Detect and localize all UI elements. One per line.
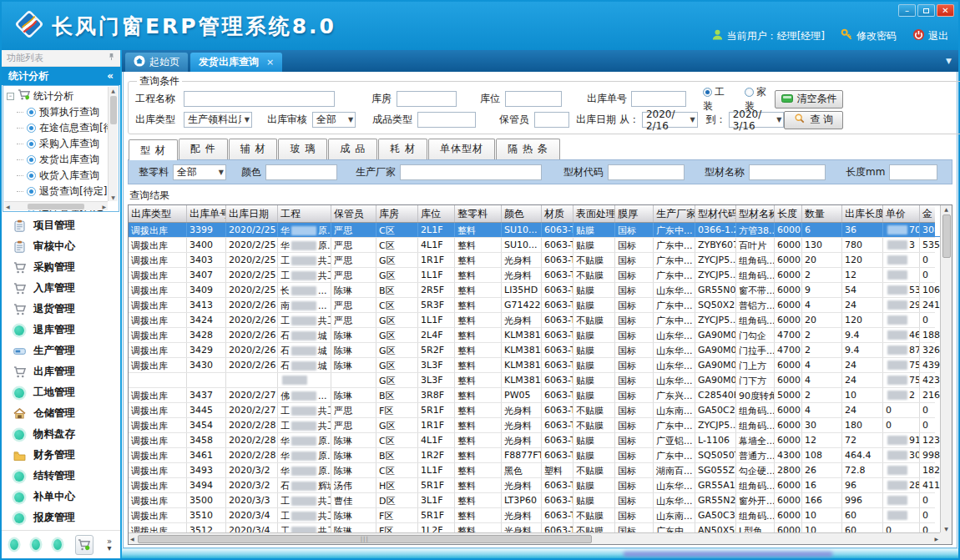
table-row[interactable]: 调拨出库34582020/2/28华原...陈琳C区4L1F整料光身料6063-… (129, 433, 935, 448)
table-row[interactable]: 调拨出库34372020/2/27佛...陈琳B区3R8F整料PW056063-… (129, 388, 935, 403)
location-input[interactable] (505, 91, 562, 107)
table-row[interactable]: 调拨出库34002020/2/25华原...严思C区4L1F整料SU10...6… (129, 238, 935, 253)
tab-home[interactable]: 起始页 (125, 53, 188, 72)
column-header[interactable]: 膜厚 (615, 205, 654, 222)
tab-close-icon[interactable]: × (266, 57, 274, 68)
sidebar-item[interactable]: 退货管理 (2, 299, 120, 320)
sidebar-item[interactable]: 采购管理 (2, 257, 120, 278)
sidebar-item[interactable]: 出库管理 (2, 361, 120, 382)
column-header[interactable]: 数量 (802, 205, 842, 222)
circle-icon[interactable] (32, 539, 40, 550)
pin-icon[interactable] (108, 53, 115, 63)
tree-item[interactable]: 发货出库查询 (7, 152, 107, 168)
tree-item[interactable]: 预算执行查询 (7, 104, 107, 120)
column-header[interactable]: 工程 (278, 205, 331, 222)
column-header[interactable]: 颜色 (502, 205, 542, 222)
minimize-button[interactable]: – (898, 4, 916, 17)
grid-vertical-scrollbar[interactable]: ▲▼ (940, 205, 952, 532)
sidebar-item[interactable]: 结转管理 (2, 466, 120, 487)
circle-icon[interactable] (10, 539, 18, 550)
date-to-picker[interactable]: 2020/ 3/16▼ (729, 112, 785, 128)
tree-vertical-scrollbar[interactable]: ▲▼ (108, 87, 118, 201)
tab-shipping-outbound-query[interactable]: 发货出库查询 × (190, 53, 282, 72)
table-row[interactable]: 调拨出库34932020/3/2华原...陈琳C区1L1F整料黑色塑料不贴膜国标… (129, 463, 935, 478)
table-row[interactable]: 调拨出库34452020/2/27工共工程严思F区5R1F整料光身料6063-T… (129, 403, 935, 418)
color-input[interactable] (265, 164, 337, 180)
tree-item[interactable]: 在途信息查询[待 (7, 120, 107, 136)
material-tab[interactable]: 配 件 (179, 139, 228, 159)
table-row[interactable]: 调拨出库34092020/2/25长...陈琳B区2R5F整料LI35HD606… (129, 283, 935, 298)
sidebar-item[interactable]: 物料盘存 (2, 424, 120, 445)
table-row[interactable]: 调拨出库34072020/2/25工共工程严思G区1L1F整料光身料6063-T… (129, 268, 935, 283)
circle-icon[interactable] (53, 539, 62, 550)
sidebar-item[interactable]: 退库管理 (2, 320, 120, 341)
material-tab[interactable]: 型 材 (129, 139, 178, 160)
clear-conditions-button[interactable]: 清空条件 (775, 90, 843, 108)
sidebar-item[interactable]: 项目管理 (2, 215, 120, 236)
column-header[interactable]: 单价 (883, 205, 920, 222)
column-header[interactable]: 库位 (418, 205, 455, 222)
table-row[interactable]: 调拨出库34612020/2/28华原...陈琳B区1R2F整料F8877FT6… (129, 448, 935, 463)
table-row[interactable]: 调拨出库34292020/2/26石城陈琳G区5R2F整料KLM38176063… (129, 343, 935, 358)
sidebar-item[interactable]: 财务管理 (2, 445, 120, 466)
product-type-input[interactable] (417, 112, 476, 128)
column-header[interactable]: 材质 (542, 205, 573, 222)
column-header[interactable]: 型材名称 (736, 205, 775, 222)
sidebar-item[interactable]: 入库管理 (2, 278, 120, 299)
table-row[interactable]: 调拨出库34942020/3/2石辉城汤伟H区5R1F整料光身料6063-T5贴… (129, 478, 935, 493)
tree-item[interactable]: 采购入库查询 (7, 136, 107, 152)
table-row[interactable]: 调拨出库34542020/2/28工共工程严思G区1R1F整料光身料6063-T… (129, 418, 935, 433)
order-no-input[interactable] (631, 91, 686, 107)
outbound-type-select[interactable]: 生产领料出库▼ (184, 112, 252, 128)
tree-root-statistics[interactable]: – 统计分析 (7, 88, 107, 104)
table-row[interactable]: 调拨出库33992020/2/25华原...严思C区2L1F整料SU10...6… (129, 223, 935, 238)
close-button[interactable]: ✕ (937, 4, 954, 17)
material-tab[interactable]: 成 品 (328, 139, 377, 159)
tree-horizontal-scrollbar[interactable]: ◀▶ (4, 201, 108, 210)
keeper-input[interactable] (534, 112, 569, 128)
sidebar-section-statistics[interactable]: 统计分析 « (2, 67, 120, 85)
column-header[interactable]: 保管员 (331, 205, 376, 222)
table-row[interactable]: 调拨出库35102020/3/4工共工程陈琳F区5R1F整料光身料6063-T5… (129, 508, 935, 523)
sidebar-item[interactable]: 工地管理 (2, 382, 120, 403)
overflow-chevron[interactable]: »▾ (107, 538, 112, 552)
column-header[interactable]: 出库单号 (187, 205, 226, 222)
whole-part-select[interactable]: 全部▼ (173, 164, 226, 180)
date-from-picker[interactable]: 2020/ 2/16▼ (642, 112, 698, 128)
radio-gongzhuang[interactable]: 工装 (703, 85, 733, 114)
collapse-icon[interactable]: « (107, 70, 114, 82)
table-row[interactable]: 调拨出库34132020/2/26南...严思C区5R3F整料G71422606… (129, 298, 935, 313)
logout-button[interactable]: 退出 (912, 28, 948, 43)
sidebar-item[interactable]: 报废管理 (2, 507, 120, 528)
table-row[interactable]: 调拨出库34032020/2/25工共工程严思G区1R1F整料光身料6063-T… (129, 253, 935, 268)
column-header[interactable]: 生产厂家 (654, 205, 695, 222)
material-tab[interactable]: 玻 璃 (278, 139, 327, 159)
column-header[interactable]: 出库长度 (842, 205, 883, 222)
sidebar-item[interactable]: 补单中心 (2, 487, 120, 507)
tab-list-chevron-icon[interactable]: ▼ (946, 57, 958, 65)
project-name-input[interactable] (184, 91, 335, 107)
column-header[interactable]: 出库类型 (129, 205, 187, 222)
material-tab[interactable]: 单体型材 (428, 139, 495, 159)
search-button[interactable]: 查 询 (784, 111, 843, 129)
table-row[interactable]: 调拨出库35002020/3/3工共工程曹佳D区3L1F整料LT3P606063… (129, 493, 935, 508)
manufacturer-input[interactable] (400, 164, 542, 180)
column-header[interactable]: 出库日期 (226, 205, 278, 222)
sidebar-item[interactable]: 生产管理 (2, 341, 120, 361)
material-tab[interactable]: 隔 热 条 (496, 139, 560, 159)
profile-code-input[interactable] (608, 164, 685, 180)
column-header[interactable]: 长度 (775, 205, 802, 222)
grid-horizontal-scrollbar[interactable]: ◀|||▶ (129, 532, 940, 544)
sidebar-item[interactable]: 审核中心 (2, 236, 120, 257)
cart-tool-button[interactable] (75, 535, 93, 555)
column-header[interactable]: 型材代码 (695, 205, 736, 222)
column-header[interactable]: 整零料 (455, 205, 502, 222)
tree-item[interactable]: 收货入库查询 (7, 168, 107, 184)
table-row[interactable]: 调拨出库34242020/2/26工共工程严思G区1L1F整料光身料6063-T… (129, 313, 935, 328)
column-header[interactable]: 库房 (376, 205, 418, 222)
table-row[interactable]: 调拨出库34302020/2/26石城陈琳G区3L3F整料KLM38176063… (129, 358, 935, 373)
tree-expander-icon[interactable]: – (7, 93, 14, 100)
tree-item[interactable]: 退货查询[待定] (7, 184, 107, 199)
material-tab[interactable]: 辅 材 (229, 139, 278, 159)
length-input[interactable] (889, 164, 937, 180)
